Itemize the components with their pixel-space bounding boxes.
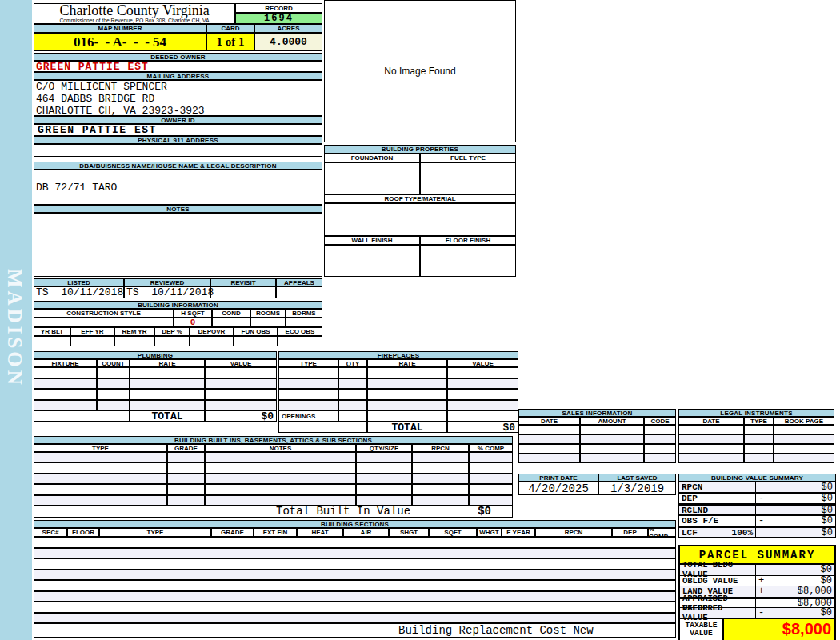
building-value-summary: BUILDING VALUE SUMMARY RPCN $0 DEP -$0 R… [678,474,836,538]
building-information: BUILDING INFORMATION CONSTRUCTION STYLE … [34,301,322,346]
empty-cell [447,410,518,422]
fireplaces-total-label: TOTAL [367,422,447,433]
reviewed-label: REVIEWED [124,278,210,286]
table-row [34,602,676,613]
table-row [678,425,834,434]
summary-row: RCLND $0 [678,504,836,515]
row-label: RPCN [682,482,702,492]
acres-value: 4.0000 [254,33,322,51]
col-header: AMOUNT [580,417,644,425]
print-info-table: PRINT DATE LAST SAVED 4/20/2025 1/3/2019 [518,474,676,495]
map-number-label: MAP NUMBER [34,24,206,33]
col-header: COUNT [97,359,130,367]
built-ins-table: BUILDING BUILT INS, BASEMENTS, ATTICS & … [34,436,513,518]
built-ins-total-label: Total Built In Value [276,505,410,518]
building-replacement-cost-label: Building Replacement Cost New [398,624,594,637]
print-date-label: PRINT DATE [518,474,598,482]
dba-value: DB 72/71 TARO [34,170,322,205]
fuel-type-label: FUEL TYPE [420,154,516,162]
legal-instruments-table: LEGAL INSTRUMENTS DATE TYPE BOOK PAGE [678,409,834,463]
remyr-label: REM YR [114,327,154,336]
table-row [34,367,277,378]
acres-label: ACRES [254,24,322,33]
row-label: LCF [682,528,698,538]
deeded-owner-label: DEEDED OWNER [34,53,322,61]
table-row [34,495,513,506]
building-sections-title: BUILDING SECTIONS [34,520,676,528]
table-row [34,537,676,548]
empty-cell [34,336,70,346]
fuel-type-value [420,162,516,194]
empty-cell [190,336,234,346]
property-record-card: MADISON Charlotte County Virginia Commis… [0,0,840,640]
table-row [34,548,676,559]
table-row [518,444,676,454]
hsqft-value: 0 [174,318,212,327]
openings-label: OPENINGS [278,410,338,422]
col-header: DATE [678,417,744,425]
legal-instruments-title: LEGAL INSTRUMENTS [678,409,834,417]
row-label: OBLDG VALUE [682,576,738,586]
col-header: RATE [130,359,205,367]
col-header: HEAT [297,528,343,537]
plumbing-title: PLUMBING [34,351,277,359]
taxable-value-label: TAXABLE VALUE [680,619,724,640]
col-header: SQFT [429,528,477,537]
col-header: TYPE [99,528,211,537]
fireplaces-title: FIREPLACES [278,351,518,359]
row-label: OBS F/E [682,516,718,526]
hsqft-label: H SQFT [174,309,212,318]
property-photo-placeholder: No Image Found [324,0,516,142]
col-header: RPCN [412,444,469,452]
commissioner-line: Commissioner of the Revenue, PO Box 308,… [34,18,234,23]
vendor-watermark: MADISON [3,269,26,388]
taxable-value: $8,000 [724,619,834,640]
empty-cell [367,410,447,422]
row-op: - [758,607,764,618]
empty-cell [34,410,130,422]
mailing-address: C/O MILLICENT SPENCER 464 DABBS BRIDGE R… [34,80,322,116]
deeded-owner-value: GREEN PATTIE EST [34,61,322,72]
building-properties: BUILDING PROPERTIES FOUNDATION FUEL TYPE… [324,145,516,277]
last-saved-label: LAST SAVED [598,474,676,482]
table-row [34,400,277,411]
notes-label: NOTES [34,205,322,213]
plumbing-total-label: TOTAL [130,410,205,422]
dep-pct-label: DEP % [154,327,190,336]
col-header: E YEAR [502,528,535,537]
col-header: % COMP [648,528,676,537]
floor-finish-label: FLOOR FINISH [420,236,516,245]
table-row [34,378,277,390]
col-header: TYPE [34,444,167,452]
col-header: GRADE [167,444,205,452]
row-value: $0 [821,564,832,575]
row-value: $0 [822,493,833,504]
col-header: TYPE [278,359,338,367]
col-header: SHGT [389,528,429,537]
sales-information-table: SALES INFORMATION DATE AMOUNT CODE [518,409,676,463]
table-row [518,434,676,444]
col-header: NOTES [205,444,356,452]
county-title: Charlotte County Virginia [34,4,234,18]
building-sections-table: BUILDING SECTIONS SEC# FLOOR TYPE GRADE … [34,520,676,638]
rooms-value [250,318,286,327]
row-value: $8,000 [798,586,832,597]
col-header: FIXTURE [34,359,97,367]
floor-finish-value [420,245,516,277]
summary-row: LCF100% $0 [678,526,836,538]
row-value: $0 [822,515,833,526]
sidebar: MADISON [0,0,32,640]
table-row [278,389,518,400]
cond-value [212,318,250,327]
summary-row: OBLDG VALUE +$0 [680,576,834,587]
taxable-label-line: TAXABLE [686,622,718,630]
physical-911-value [34,144,322,157]
rooms-label: ROOMS [250,309,286,318]
empty-cell [278,336,322,346]
cond-label: COND [212,309,250,318]
mailing-address-label: MAILING ADDRESS [34,72,322,80]
county-header: Charlotte County Virginia Commissioner o… [34,3,235,24]
building-value-summary-title: BUILDING VALUE SUMMARY [678,474,836,482]
summary-row: DEFERRED VALUE -$0 [680,608,834,619]
table-row [34,591,676,602]
